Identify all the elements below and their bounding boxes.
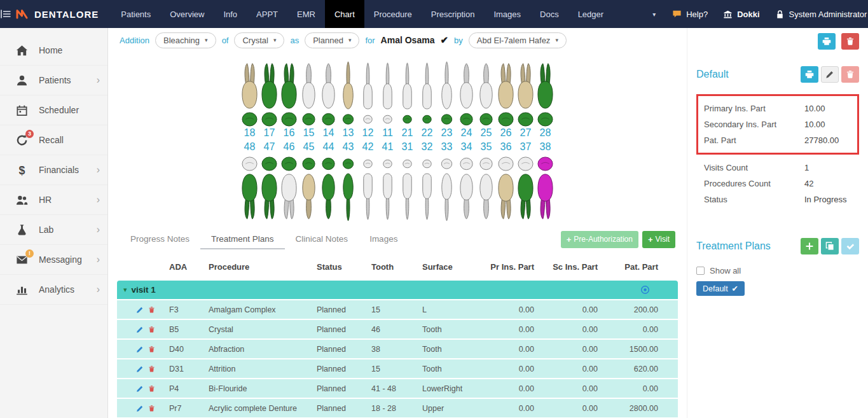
sidebar-item-messaging[interactable]: !Messaging› <box>0 245 107 275</box>
dokki-link[interactable]: Dokki <box>715 0 767 28</box>
collapse-caret-icon[interactable]: ▾ <box>123 286 127 294</box>
tooth-number-44[interactable]: 44 <box>319 141 338 155</box>
nav-item-images[interactable]: Images <box>484 0 530 28</box>
tooth-32-occlusal[interactable] <box>417 155 437 172</box>
tooth-46[interactable] <box>279 172 299 223</box>
tooth-38-occlusal[interactable] <box>535 155 555 172</box>
tooth-number-33[interactable]: 33 <box>437 141 457 155</box>
tooth-28-occlusal[interactable] <box>535 111 555 127</box>
tab-images[interactable]: Images <box>359 230 408 249</box>
tooth-number-27[interactable]: 27 <box>516 127 535 141</box>
show-all-checkbox[interactable] <box>696 267 705 275</box>
nav-item-info[interactable]: Info <box>214 0 247 28</box>
tooth-21-occlusal[interactable] <box>397 111 417 127</box>
tooth-14-occlusal[interactable] <box>319 111 338 127</box>
delete-row-button[interactable] <box>148 385 155 393</box>
tooth-11[interactable] <box>378 60 397 111</box>
tooth-34[interactable] <box>457 172 476 223</box>
edit-plan-button[interactable] <box>821 66 839 83</box>
tab-treatment-plans[interactable]: Treatment Plans <box>200 230 285 249</box>
tooth-17-occlusal[interactable] <box>259 111 279 127</box>
tooth-number-17[interactable]: 17 <box>259 127 279 141</box>
sidebar-item-recall[interactable]: 3Recall <box>0 125 107 155</box>
delete-row-button[interactable] <box>148 326 155 333</box>
tooth-number-13[interactable]: 13 <box>338 127 358 141</box>
nav-item-chart[interactable]: Chart <box>325 0 364 28</box>
tooth-24[interactable] <box>457 60 476 111</box>
tooth-number-48[interactable]: 48 <box>240 141 259 155</box>
tooth-number-43[interactable]: 43 <box>338 141 358 155</box>
add-plan-button[interactable] <box>801 238 818 254</box>
tooth-14[interactable] <box>319 60 338 111</box>
default-plan-badge[interactable]: Default ✔ <box>696 281 745 296</box>
tooth-number-23[interactable]: 23 <box>437 127 457 141</box>
status-select[interactable]: Planned▾ <box>305 32 359 48</box>
menu-toggle-icon[interactable] <box>0 0 11 28</box>
nav-item-ledger[interactable]: Ledger <box>568 0 613 28</box>
tooth-number-14[interactable]: 14 <box>319 127 338 141</box>
tooth-number-34[interactable]: 34 <box>457 141 476 155</box>
tooth-number-25[interactable]: 25 <box>476 127 496 141</box>
tooth-number-36[interactable]: 36 <box>496 141 516 155</box>
edit-row-button[interactable] <box>136 385 144 393</box>
material-select[interactable]: Crystal▾ <box>234 32 284 48</box>
tooth-28[interactable] <box>535 60 555 111</box>
tooth-33-occlusal[interactable] <box>437 155 457 172</box>
tooth-48-occlusal[interactable] <box>240 155 259 172</box>
tooth-36-occlusal[interactable] <box>496 155 516 172</box>
tooth-26[interactable] <box>496 60 516 111</box>
tooth-12[interactable] <box>358 60 378 111</box>
delete-row-button[interactable] <box>148 306 155 314</box>
tooth-42[interactable] <box>358 172 378 223</box>
tooth-17[interactable] <box>259 60 279 111</box>
tooth-16-occlusal[interactable] <box>279 111 299 127</box>
tooth-45[interactable] <box>299 172 319 223</box>
tooth-number-47[interactable]: 47 <box>259 141 279 155</box>
tooth-15-occlusal[interactable] <box>299 111 319 127</box>
tooth-number-37[interactable]: 37 <box>516 141 535 155</box>
sidebar-item-lab[interactable]: Lab› <box>0 215 107 245</box>
sidebar-item-analytics[interactable]: Analytics› <box>0 275 107 305</box>
tooth-31[interactable] <box>397 172 417 223</box>
user-menu[interactable]: System Administrator ▾ <box>768 0 868 28</box>
tooth-number-16[interactable]: 16 <box>279 127 299 141</box>
tooth-number-21[interactable]: 21 <box>397 127 417 141</box>
tooth-42-occlusal[interactable] <box>358 155 378 172</box>
delete-row-button[interactable] <box>148 345 155 353</box>
sidebar-item-hr[interactable]: HR› <box>0 185 107 215</box>
tooth-44[interactable] <box>319 172 338 223</box>
doctor-select[interactable]: Abd El-7alem Hafez▾ <box>469 32 567 48</box>
edit-row-button[interactable] <box>136 365 144 373</box>
sidebar-item-financials[interactable]: $Financials› <box>0 155 107 185</box>
tooth-41-occlusal[interactable] <box>378 155 397 172</box>
tooth-24-occlusal[interactable] <box>457 111 476 127</box>
tooth-number-32[interactable]: 32 <box>417 141 437 155</box>
tooth-18[interactable] <box>240 60 259 111</box>
delete-row-button[interactable] <box>148 365 155 373</box>
nav-item-prescription[interactable]: Prescription <box>422 0 485 28</box>
tooth-26-occlusal[interactable] <box>496 111 516 127</box>
nav-item-overview[interactable]: Overview <box>160 0 214 28</box>
sidebar-item-patients[interactable]: Patients› <box>0 66 107 95</box>
tooth-37-occlusal[interactable] <box>516 155 535 172</box>
copy-plan-button[interactable] <box>821 238 839 254</box>
edit-row-button[interactable] <box>136 326 144 333</box>
nav-item-docs[interactable]: Docs <box>530 0 568 28</box>
sidebar-item-home[interactable]: Home <box>0 36 107 66</box>
edit-row-button[interactable] <box>136 345 144 353</box>
nav-item-procedure[interactable]: Procedure <box>364 0 422 28</box>
tooth-13[interactable] <box>338 60 358 111</box>
add-visit-button[interactable]: +Visit <box>642 231 675 248</box>
print-chart-button[interactable] <box>818 33 836 50</box>
tab-progress-notes[interactable]: Progress Notes <box>120 230 200 249</box>
tooth-number-45[interactable]: 45 <box>299 141 319 155</box>
nav-item-patients[interactable]: Patients <box>111 0 160 28</box>
tooth-22[interactable] <box>417 60 437 111</box>
tooth-number-35[interactable]: 35 <box>476 141 496 155</box>
tooth-36[interactable] <box>496 172 516 223</box>
tooth-number-26[interactable]: 26 <box>496 127 516 141</box>
tooth-35-occlusal[interactable] <box>476 155 496 172</box>
tooth-number-12[interactable]: 12 <box>358 127 378 141</box>
edit-row-button[interactable] <box>136 306 144 314</box>
sidebar-item-scheduler[interactable]: Scheduler <box>0 95 107 125</box>
